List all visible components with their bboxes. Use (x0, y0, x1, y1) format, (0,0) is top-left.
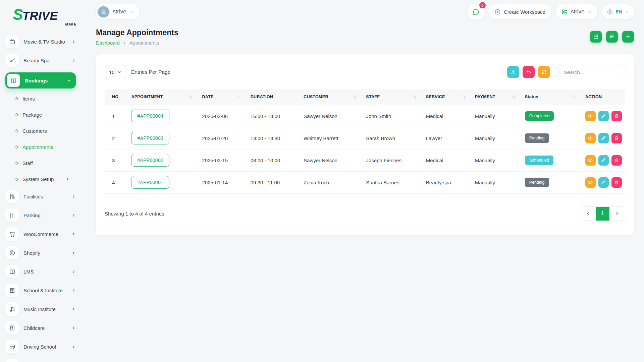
sidebar-subitem-system-setup[interactable]: System Setup (5, 171, 76, 187)
bullet-icon (14, 97, 18, 101)
search-input[interactable] (558, 65, 625, 79)
chevron-right-icon (123, 41, 126, 45)
breadcrumb-current: Appointments (129, 40, 159, 46)
workspace-selector[interactable]: strive (96, 4, 139, 19)
column-header-status[interactable]: Status (522, 89, 583, 105)
chevron-right-icon (71, 251, 76, 255)
view-button[interactable] (585, 111, 596, 121)
language-selector[interactable]: EN (602, 4, 634, 19)
edit-button[interactable] (598, 155, 609, 166)
school-icon (9, 287, 15, 294)
column-header-payment[interactable]: PAYMENT (472, 89, 522, 105)
add-appointment-button[interactable] (622, 31, 634, 43)
logo-text: TRIVE (22, 10, 58, 21)
chat-button[interactable]: 0 (468, 4, 484, 19)
appointment-code-button[interactable]: #APP00004 (131, 110, 169, 122)
delete-button[interactable] (611, 177, 622, 188)
entries-per-page-select[interactable]: 10 (105, 65, 126, 79)
sort-icon (511, 95, 516, 100)
previous-page-button[interactable] (580, 207, 596, 221)
sidebar-subitem-items[interactable]: Items (5, 90, 76, 107)
cell-payment: Manually (472, 171, 522, 193)
status-badge: Pending (525, 133, 549, 143)
logo-subtext: MAKE (13, 23, 76, 26)
delete-button[interactable] (611, 155, 622, 166)
export-button[interactable] (507, 66, 519, 78)
sidebar-item-movie-show-booking[interactable]: Movie Show Booking (5, 359, 76, 362)
row-actions (585, 155, 623, 166)
delete-button[interactable] (611, 111, 622, 121)
entries-per-page-value: 10 (109, 69, 115, 75)
eye-icon (588, 113, 593, 119)
sidebar-item-driving-school[interactable]: Driving School (5, 340, 76, 353)
breadcrumb-dashboard-link[interactable]: Dashboard (96, 40, 120, 46)
refresh-button[interactable] (538, 66, 550, 78)
column-label: DURATION (251, 95, 273, 99)
appointment-code-button[interactable]: #APP00001 (131, 176, 169, 189)
sidebar-item-movie-tv-studio[interactable]: Movie & TV Studio (5, 35, 76, 48)
sidebar-item-school-institute[interactable]: School & Institute (5, 284, 76, 297)
cell-duration: 16:00 - 18:00 (248, 105, 301, 127)
edit-button[interactable] (598, 133, 609, 143)
brand-logo[interactable]: STRIVE MAKE (13, 7, 80, 26)
trash-icon (614, 135, 619, 141)
sidebar-subitem-staff[interactable]: Staff (5, 155, 76, 171)
cell-no: 3 (105, 149, 128, 171)
table-row: 1#APP000042025-02-0616:00 - 18:00Sawyer … (105, 105, 625, 127)
sidebar-item-woocommerce[interactable]: WooCommerce (5, 227, 76, 241)
sidebar-subitem-package[interactable]: Package (5, 107, 76, 123)
page-number-button[interactable]: 1 (596, 207, 609, 221)
chevron-right-icon (71, 213, 76, 218)
cell-no: 2 (105, 127, 128, 149)
view-button[interactable] (585, 133, 596, 143)
eye-icon (588, 135, 593, 141)
workspace-switcher[interactable]: strive (556, 4, 597, 19)
cell-no: 1 (105, 105, 128, 127)
edit-button[interactable] (598, 111, 609, 121)
sidebar-subitem-customers[interactable]: Customers (5, 123, 76, 139)
sidebar-item-music-institute[interactable]: Music Institute (5, 302, 76, 316)
sidebar-item-facilities[interactable]: Facilities (5, 190, 76, 203)
book-open-tile (7, 74, 20, 87)
cell-staff: John Smith (363, 105, 423, 127)
create-workspace-button[interactable]: Create Workspace (488, 4, 551, 19)
appointment-code-button[interactable]: #APP00002 (131, 154, 169, 167)
cell-customer: Zenia Koch (301, 171, 363, 193)
view-button[interactable] (585, 155, 596, 166)
sidebar-subitem-appointments[interactable]: Appointments (5, 139, 76, 155)
board-view-button[interactable] (606, 31, 618, 43)
column-header-staff[interactable]: STAFF (363, 89, 423, 105)
chevron-right-icon (71, 269, 76, 274)
delete-button[interactable] (611, 133, 622, 143)
sidebar-subitem-label: System Setup (22, 176, 66, 182)
sidebar-item-childcare[interactable]: Childcare (5, 321, 76, 335)
column-header-action: ACTION (583, 89, 625, 105)
pencil-icon (601, 113, 606, 119)
undo-button[interactable] (523, 66, 535, 78)
appointments-card: 10 Entries Per Page (96, 54, 634, 235)
sort-icon (188, 95, 193, 100)
column-header-date[interactable]: DATE (199, 89, 248, 105)
column-header-customer[interactable]: CUSTOMER (301, 89, 363, 105)
sidebar-item-label: Parking (23, 213, 71, 218)
view-button[interactable] (585, 177, 596, 188)
status-badge: Completed (525, 111, 554, 121)
sidebar-item-shopify[interactable]: Shopify (5, 246, 76, 259)
column-header-appointment[interactable]: APPOINTMENT (128, 89, 199, 105)
sidebar-item-bookings[interactable]: Bookings (5, 72, 76, 88)
logo-letter-s: S (13, 7, 22, 22)
pencil-icon (601, 158, 606, 163)
table-row: 4#APP000012025-01-1409:30 - 11:00Zenia K… (105, 171, 625, 193)
next-page-button[interactable] (609, 207, 625, 221)
column-header-service[interactable]: SERVICE (423, 89, 472, 105)
edit-button[interactable] (598, 177, 609, 188)
calendar-view-button[interactable] (590, 31, 602, 43)
column-label: STAFF (366, 95, 380, 99)
appointment-code-button[interactable]: #APP00003 (131, 132, 169, 144)
table-footer: Showing 1 to 4 of 4 entries 1 (105, 206, 625, 221)
sidebar-item-lms[interactable]: LMS (5, 265, 76, 278)
plus-circle-icon (494, 9, 501, 15)
brush-tile (5, 54, 19, 67)
sidebar-item-parking[interactable]: Parking (5, 208, 76, 222)
sidebar-item-beauty-spa[interactable]: Beauty Spa (5, 54, 76, 67)
